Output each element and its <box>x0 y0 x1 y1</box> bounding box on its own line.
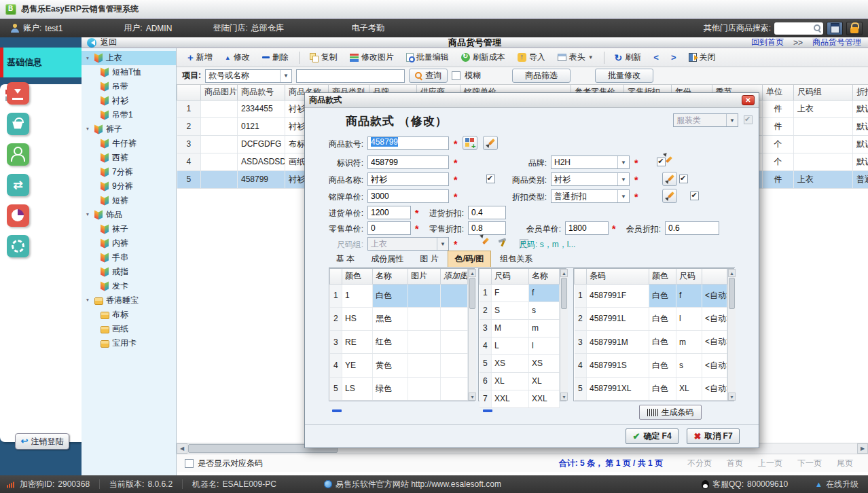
sidebar-item[interactable]: 系统设置 <box>0 231 82 261</box>
import-button[interactable]: 导入 <box>512 49 551 66</box>
column-header[interactable]: 折扣 <box>853 85 868 100</box>
barcode-row[interactable]: 14587991F白色f<自动> <box>575 284 727 307</box>
discount-type-checkbox[interactable] <box>690 191 699 200</box>
lock-button[interactable] <box>846 22 863 35</box>
table-header-button[interactable]: 表头▼ <box>552 49 599 66</box>
tree-item[interactable]: 内裤 <box>82 236 176 251</box>
tree-item[interactable]: 短袖T恤 <box>82 65 176 79</box>
tree-item[interactable]: 裤子 <box>82 122 176 136</box>
scroll-up-icon[interactable]: ▲ <box>728 269 736 277</box>
scroll-down-icon[interactable]: ▼ <box>560 392 568 401</box>
dialog-tab[interactable]: 组包关系 <box>492 251 540 267</box>
category-select[interactable]: 衬衫▼ <box>551 172 630 186</box>
remove-size-button[interactable] <box>483 409 492 412</box>
tree-item[interactable]: 袜子 <box>82 222 176 236</box>
filter-keyword-input[interactable] <box>296 69 405 83</box>
barcode-row[interactable]: 44587991S白色s<自动> <box>575 354 727 377</box>
batch-modify-button[interactable]: 批量修改 <box>595 69 653 83</box>
color-row[interactable]: 4YE黄色 <box>330 354 468 377</box>
tree-item[interactable]: 手串 <box>82 251 176 265</box>
expand-arrow-icon[interactable] <box>85 297 92 304</box>
tree-item[interactable]: 吊带 <box>82 79 176 94</box>
prev-button[interactable]: < <box>648 50 664 65</box>
remove-color-button[interactable] <box>332 409 342 412</box>
barcode-row[interactable]: 54587991XL白色XL<自动> <box>575 377 727 400</box>
logout-button[interactable]: ↩ 注销登陆 <box>15 433 69 450</box>
scrollbar-thumb[interactable] <box>469 278 475 309</box>
store-search-input[interactable] <box>778 24 814 33</box>
tree-item[interactable]: 上衣 <box>82 51 176 65</box>
scroll-up-icon[interactable]: ▲ <box>560 269 568 277</box>
color-row[interactable]: 11白色 <box>330 284 468 307</box>
search-button[interactable]: 查询 <box>409 69 448 83</box>
discount-type-edit-button[interactable] <box>662 189 677 203</box>
sidebar-item[interactable]: 统计分析 <box>0 200 82 230</box>
purchase-discount-input[interactable] <box>468 206 506 219</box>
scroll-down-icon[interactable]: ▼ <box>728 392 736 401</box>
copy-button[interactable]: 复制 <box>304 49 343 66</box>
size-row[interactable]: 3Mm <box>480 319 560 337</box>
tree-item[interactable]: 西裤 <box>82 151 176 165</box>
pagination-link[interactable]: 首页 <box>727 458 743 469</box>
tree-item[interactable]: 饰品 <box>82 208 176 222</box>
refresh-cost-button[interactable]: 刷新成本 <box>456 49 511 66</box>
sidebar-item[interactable]: 基础信息 <box>0 48 82 77</box>
style-no-input[interactable]: 458799 <box>367 136 449 150</box>
barcode-row[interactable]: 34587991M白色m<自动> <box>575 331 727 354</box>
edit-image-button[interactable]: 修改图片 <box>344 49 399 66</box>
next-button[interactable]: > <box>666 50 682 65</box>
search-icon[interactable] <box>814 24 821 32</box>
size-row[interactable]: 4Ll <box>480 337 560 354</box>
tree-item[interactable]: 短裤 <box>82 194 176 208</box>
member-price-input[interactable] <box>565 221 609 235</box>
purchase-price-input[interactable] <box>367 206 411 219</box>
tree-item[interactable]: 9分裤 <box>82 179 176 194</box>
calculator-button[interactable] <box>827 22 843 35</box>
dialog-close-icon[interactable]: ✕ <box>742 95 755 105</box>
color-row[interactable]: 2HS黑色 <box>330 307 468 330</box>
refresh-button[interactable]: ↻刷新 <box>609 49 647 66</box>
barcode-table-scrollbar[interactable]: ▲▼ <box>727 269 736 401</box>
expand-arrow-icon[interactable] <box>85 126 92 132</box>
size-row[interactable]: 6XLXL <box>480 372 560 390</box>
fuzzy-checkbox[interactable] <box>452 71 460 80</box>
dialog-tab[interactable]: 图 片 <box>412 251 446 267</box>
tree-item[interactable]: 布标 <box>82 308 176 322</box>
blocks-add-button[interactable] <box>463 136 477 150</box>
pagination-link[interactable]: 不分页 <box>687 458 712 469</box>
pagination-link[interactable]: 下一页 <box>797 458 822 469</box>
edit-button[interactable]: ▲修改 <box>219 49 255 66</box>
scroll-right-icon[interactable]: ▶ <box>857 443 868 454</box>
close-button[interactable]: 关闭 <box>683 49 721 66</box>
sidebar-item[interactable]: 销售管理 <box>0 109 82 139</box>
tree-item[interactable]: 衬衫 <box>82 94 176 108</box>
tree-item[interactable]: 吊带1 <box>82 108 176 122</box>
filter-field-select[interactable]: 款号或名称▼ <box>205 69 292 83</box>
member-discount-input[interactable] <box>665 221 719 235</box>
color-row[interactable]: 5LS绿色 <box>330 377 468 400</box>
sidebar-item[interactable]: 库存管理 <box>0 170 82 200</box>
batch-edit-button[interactable]: 批量编辑 <box>401 49 454 66</box>
color-table-scrollbar[interactable]: ▲▼ <box>468 269 476 401</box>
sidebar-item[interactable]: 进货管理 <box>0 78 82 108</box>
column-header[interactable]: 尺码组 <box>794 85 853 100</box>
retail-discount-input[interactable] <box>468 221 506 235</box>
size-row[interactable]: 7XXLXXL <box>480 390 560 407</box>
tree-item[interactable]: 香港睡宝 <box>82 293 176 308</box>
pagination-link[interactable]: 上一页 <box>758 458 782 469</box>
expand-arrow-icon[interactable] <box>85 55 92 61</box>
tree-item[interactable]: 牛仔裤 <box>82 136 176 151</box>
plate-price-input[interactable] <box>367 189 449 203</box>
category-edit-button[interactable] <box>662 172 677 186</box>
product-filter-button[interactable]: 商品筛选 <box>512 69 571 83</box>
tree-item[interactable]: 发卡 <box>82 279 176 293</box>
dialog-tab[interactable]: 基 本 <box>329 251 362 267</box>
upgrade-link[interactable]: ▲ 在线升级 <box>815 479 858 490</box>
attendance-link[interactable]: 电子考勤 <box>352 22 384 34</box>
website-link[interactable]: 易售乐软件官方网站 http://www.esalesoft.com <box>324 479 501 490</box>
tree-item[interactable]: 画纸 <box>82 322 176 336</box>
column-header[interactable]: 商品款号 <box>238 85 285 100</box>
category-checkbox[interactable] <box>679 175 688 183</box>
brand-select[interactable]: H2H▼ <box>551 156 630 169</box>
scroll-down-icon[interactable]: ▼ <box>469 392 476 401</box>
